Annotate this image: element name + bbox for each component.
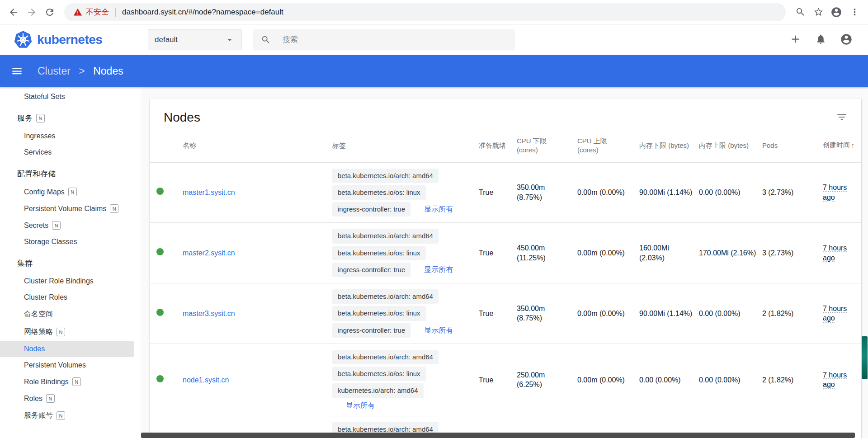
sidebar-label: Secrets <box>24 221 48 230</box>
column-header-4[interactable]: CPU 上限 (cores) <box>577 130 639 162</box>
cpu-requests-cell: 450.00m (11.25%) <box>517 223 577 283</box>
label-chip: kubernetes.io/arch: amd64 <box>332 383 424 398</box>
label-chip: ingress-controller: true <box>332 323 410 338</box>
sidebar-item-item-12[interactable]: 命名空间 <box>0 306 141 323</box>
column-header-7[interactable]: Pods <box>762 130 823 162</box>
column-header-1[interactable]: 标签 <box>332 130 479 162</box>
account-button[interactable] <box>840 33 853 47</box>
labels-cell: beta.kubernetes.io/arch: amd64beta.kuber… <box>332 162 479 223</box>
breadcrumb-separator: > <box>79 65 85 77</box>
sidebar-item-storage-classes[interactable]: Storage Classes <box>0 234 141 250</box>
sidebar-item-secrets[interactable]: SecretsN <box>0 217 141 234</box>
memory-limits-cell: 170.00Mi (2.16%) <box>699 223 762 283</box>
kubernetes-logo[interactable]: kubernetes <box>0 30 148 49</box>
label-chip: beta.kubernetes.io/arch: amd64 <box>332 289 439 304</box>
forward-button[interactable] <box>23 3 41 21</box>
chevron-down-icon <box>224 34 235 45</box>
node-ready-icon <box>156 309 164 316</box>
search-input[interactable] <box>283 35 507 44</box>
sidebar-label: Nodes <box>24 345 45 353</box>
age-cell: 7 hours ago <box>823 344 861 416</box>
sidebar-item-item-13[interactable]: 网络策略N <box>0 323 141 341</box>
browser-profile-button[interactable] <box>827 3 845 21</box>
name-cell: node1.sysit.cn <box>175 344 332 416</box>
node-name-link[interactable]: master3.sysit.cn <box>183 310 235 317</box>
column-header-3[interactable]: CPU 下限 (cores) <box>517 130 577 162</box>
cpu-limits-cell: 0.00m (0.00%) <box>577 223 639 283</box>
sidebar-label: Stateful Sets <box>24 93 65 101</box>
column-header-2[interactable]: 准备就绪 <box>479 130 517 162</box>
security-warning-label[interactable]: 不安全 <box>86 7 109 17</box>
sidebar-item-nodes[interactable]: Nodes <box>0 341 134 357</box>
node-ready-icon <box>156 248 164 255</box>
show-all-labels-link[interactable]: 显示所有 <box>424 325 453 335</box>
node-name-link[interactable]: node1.sysit.cn <box>183 376 229 384</box>
namespace-select[interactable]: default <box>148 29 242 50</box>
namespaced-badge: N <box>110 204 118 213</box>
pods-cell: 2 (1.82%) <box>762 283 823 344</box>
sort-ascending-icon[interactable]: ↑ <box>851 141 854 151</box>
browser-search-button[interactable] <box>791 3 809 21</box>
namespaced-badge: N <box>36 114 45 122</box>
sidebar-item-persistent-volumes[interactable]: Persistent Volumes <box>0 357 141 373</box>
sidebar-item-persistent-volume-claims[interactable]: Persistent Volume ClaimsN <box>0 200 141 217</box>
sidebar-label: 服务 <box>17 113 33 123</box>
hamburger-icon <box>11 65 23 77</box>
memory-limits-cell: 0.00 (0.00%) <box>699 162 762 223</box>
url-bar[interactable]: 不安全 dashboard.sysit.cn/#/node?namespace=… <box>64 3 786 21</box>
sidebar-item-stateful-sets[interactable]: Stateful Sets <box>0 89 141 105</box>
show-all-labels-link[interactable]: 显示所有 <box>424 265 453 275</box>
namespaced-badge: N <box>46 394 55 403</box>
column-header-5[interactable]: 内存下限 (bytes) <box>639 130 699 162</box>
sidebar-item-ingresses[interactable]: Ingresses <box>0 128 141 144</box>
sidebar-item-services[interactable]: Services <box>0 144 141 160</box>
cpu-limits-cell: 0.00m (0.00%) <box>577 283 639 344</box>
node-name-link[interactable]: master1.sysit.cn <box>183 188 235 196</box>
breadcrumb: Cluster > Nodes <box>38 65 123 77</box>
back-button[interactable] <box>5 3 23 21</box>
ready-cell: True <box>479 162 517 223</box>
sidebar-item-roles[interactable]: RolesN <box>0 390 141 407</box>
account-circle-icon <box>840 33 853 46</box>
show-all-labels-link[interactable]: 显示所有 <box>346 400 375 410</box>
memory-requests-cell: 0.00 (0.00%) <box>639 344 699 416</box>
sidebar-section-item-4: 配置和存储 <box>0 160 141 184</box>
browser-menu-button[interactable] <box>845 3 863 21</box>
nodes-table: 名称标签准备就绪CPU 下限 (cores)CPU 上限 (cores)内存下限… <box>150 130 861 438</box>
sidebar-item-cluster-roles[interactable]: Cluster Roles <box>0 289 141 306</box>
sidebar-item-config-maps[interactable]: Config MapsN <box>0 184 141 200</box>
bookmark-star-button[interactable] <box>809 3 827 21</box>
column-header-8[interactable]: 创建时间↑ <box>823 130 861 162</box>
show-all-labels-link[interactable]: 显示所有 <box>424 204 453 214</box>
content-area: Stateful Sets服务NIngressesServices配置和存储Co… <box>0 87 868 438</box>
cpu-requests-cell: 350.00m (8.75%) <box>517 162 577 223</box>
filter-button[interactable] <box>836 111 848 124</box>
global-search <box>253 29 515 50</box>
sidebar-item-item-18[interactable]: 服务账号N <box>0 407 141 424</box>
label-chip: beta.kubernetes.io/os: linux <box>332 246 426 260</box>
notifications-button[interactable] <box>815 33 826 46</box>
age-cell: 7 hours ago <box>823 223 861 283</box>
horizontal-scrollbar[interactable] <box>141 433 855 438</box>
sidebar-section-item-9: 集群 <box>0 250 141 273</box>
column-header-6[interactable]: 内存上限 (bytes) <box>699 130 762 162</box>
column-header-0[interactable]: 名称 <box>175 130 332 162</box>
breadcrumb-cluster[interactable]: Cluster <box>38 65 71 77</box>
status-cell <box>150 162 175 223</box>
status-cell <box>150 344 175 416</box>
sidebar-label: 命名空间 <box>24 310 53 319</box>
node-name-link[interactable]: master2.sysit.cn <box>183 249 235 257</box>
sidebar-item-role-bindings[interactable]: Role BindingsN <box>0 373 141 390</box>
sidebar-label: 集群 <box>17 258 33 268</box>
url-divider <box>115 8 116 17</box>
menu-button[interactable] <box>11 65 23 77</box>
url-text: dashboard.sysit.cn/#/node?namespace=defa… <box>122 8 283 17</box>
reload-button[interactable] <box>41 3 59 21</box>
node-ready-icon <box>156 375 164 382</box>
sidebar-label: Ingresses <box>24 132 55 140</box>
create-button[interactable] <box>789 33 802 47</box>
namespaced-badge: N <box>57 411 65 420</box>
sidebar-item-cluster-role-bindings[interactable]: Cluster Role Bindings <box>0 273 141 289</box>
vertical-scrollbar[interactable] <box>862 336 868 379</box>
age-text: 7 hours ago <box>823 184 847 201</box>
